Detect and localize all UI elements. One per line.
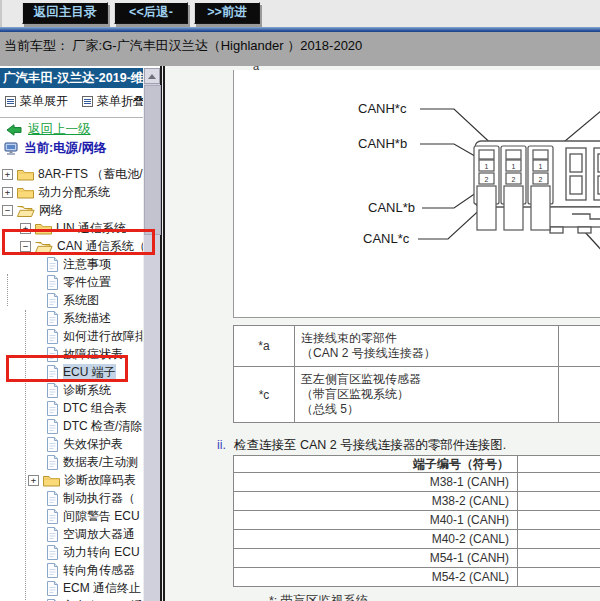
sidebar-item[interactable]: 系统图 <box>0 291 143 309</box>
annotation-box-ecu <box>6 355 128 382</box>
terminal-table-row: M38-2 (CANL) <box>234 491 600 510</box>
connector-diagram-box: 1 2 1 2 1 2 CANH*c CANH*b CANL*b CANL*c <box>233 70 600 318</box>
sidebar-item-label: 动力转向 ECU <box>63 544 140 561</box>
menu-expand-button[interactable]: 菜单展开 <box>5 93 68 110</box>
doc-icon <box>46 275 59 290</box>
doc-icon <box>46 329 59 344</box>
step-number: ii. <box>217 438 226 452</box>
terminal-cell: M54-2 (CANL) <box>234 568 518 586</box>
doc-icon <box>46 419 59 434</box>
sidebar-item[interactable]: +诊断故障码表 <box>0 471 143 489</box>
doc-icon <box>46 509 59 524</box>
terminal-extra-cell <box>518 456 600 472</box>
sidebar-item[interactable]: 系统描述 <box>0 309 143 327</box>
sidebar-item[interactable]: 制动执行器（ <box>0 489 143 507</box>
expand-icon[interactable]: + <box>2 169 13 180</box>
sidebar-item[interactable]: 主车身 ECU 通 <box>0 597 143 601</box>
sidebar-item-label: 系统图 <box>63 292 99 309</box>
folder-open-icon <box>17 204 35 217</box>
terminal-table-row: M40-1 (CANH) <box>234 510 600 529</box>
sidebar-item-label: 如何进行故障排 <box>63 328 143 345</box>
current-location-row: 当前:电源/网络 <box>0 139 143 158</box>
diagram-label-canl-c: CANL*c <box>363 231 410 246</box>
sidebar-item[interactable]: DTC 检查/清除 <box>0 417 143 435</box>
expand-icon[interactable]: + <box>28 475 39 486</box>
sidebar-scrollbar[interactable] <box>143 68 160 601</box>
scrollbar-up-button[interactable] <box>144 68 160 84</box>
terminal-extra-cell <box>518 492 600 510</box>
back-to-parent-link[interactable]: 返回上一级 <box>28 121 91 138</box>
menu-collapse-icon <box>82 96 93 107</box>
menu-collapse-button[interactable]: 菜单折叠 <box>82 93 143 110</box>
sidebar-item-label: 8AR-FTS （蓄电池/ <box>38 166 143 183</box>
sidebar-item[interactable]: 注意事项 <box>0 255 143 273</box>
sidebar-item[interactable]: 诊断系统 <box>0 381 143 399</box>
connector-diagram: 1 2 1 2 1 2 CANH*c CANH*b CANL*b CANL*c <box>234 70 600 318</box>
sidebar-item[interactable]: 如何进行故障排 <box>0 327 143 345</box>
sidebar-item[interactable]: +动力分配系统 <box>0 183 143 201</box>
tree-guide-line <box>7 274 8 306</box>
computer-icon <box>4 142 19 156</box>
terminal-number: 1 <box>485 163 489 170</box>
doc-icon <box>46 563 59 578</box>
back-row: 返回上一级 <box>0 120 143 139</box>
content-pane[interactable]: a <box>165 66 600 601</box>
doc-icon <box>46 581 59 596</box>
sidebar-item-label: 诊断系统 <box>63 382 111 399</box>
notes-table-row: *a连接线束的零部件（CAN 2 号接线连接器） <box>234 326 600 366</box>
sidebar-item[interactable]: 动力转向 ECU <box>0 543 143 561</box>
sidebar-menu-row: 菜单展开 菜单折叠 <box>0 88 143 114</box>
terminal-table: 端子编号（符号）M38-1 (CANH)M38-2 (CANL)M40-1 (C… <box>233 455 600 587</box>
expand-icon[interactable]: + <box>2 187 13 198</box>
doc-icon <box>46 491 59 506</box>
sidebar-item-label: ECM 通信终止 <box>63 580 141 597</box>
doc-icon <box>46 257 59 272</box>
tree-guide-line <box>25 310 26 601</box>
diagram-label-canh-b: CANH*b <box>358 136 407 151</box>
app-body: 广汽丰田-汉兰达-2019-维修 菜单展开 菜单折叠 <box>0 66 600 601</box>
note-extra-cell <box>559 367 600 422</box>
terminal-extra-cell <box>518 549 600 567</box>
diagram-label-canl-b: CANL*b <box>368 200 415 215</box>
sidebar-item[interactable]: DTC 组合表 <box>0 399 143 417</box>
menu-expand-label: 菜单展开 <box>20 93 68 110</box>
sidebar-item-label: 主车身 ECU 通 <box>63 598 143 601</box>
sidebar-item[interactable]: 转向角传感器 <box>0 561 143 579</box>
sidebar-item[interactable]: 零件位置 <box>0 273 143 291</box>
sidebar-item[interactable]: 数据表/主动测 <box>0 453 143 471</box>
back-button[interactable]: <<后退- <box>114 2 188 24</box>
sidebar-item[interactable]: 空调放大器通 <box>0 525 143 543</box>
sidebar: 广汽丰田-汉兰达-2019-维修 菜单展开 菜单折叠 <box>0 66 160 601</box>
doc-icon <box>46 437 59 452</box>
back-arrow-icon <box>6 124 22 136</box>
sidebar-item[interactable]: 失效保护表 <box>0 435 143 453</box>
sidebar-item[interactable]: 间隙警告 ECU <box>0 507 143 525</box>
sidebar-item-label: 注意事项 <box>63 256 111 273</box>
doc-icon <box>46 293 59 308</box>
sidebar-item-label: 空调放大器通 <box>63 526 135 543</box>
sidebar-item-label: 转向角传感器 <box>63 562 135 579</box>
sidebar-item[interactable]: +8AR-FTS （蓄电池/ <box>0 165 143 183</box>
folder-icon <box>43 474 60 487</box>
notes-table-row: *c至左侧盲区监视传感器（带盲区监视系统）（总线 5） <box>234 366 600 422</box>
sidebar-item-label: DTC 检查/清除 <box>63 418 142 435</box>
terminal-extra-cell <box>518 473 600 491</box>
terminal-number: 2 <box>539 176 543 183</box>
terminal-cell: M40-1 (CANH) <box>234 511 518 529</box>
collapse-icon[interactable]: − <box>2 205 13 216</box>
sidebar-item[interactable]: −网络 <box>0 201 143 219</box>
note-extra-cell <box>559 326 600 366</box>
return-main-directory-button[interactable]: 返回主目录 <box>22 2 108 24</box>
note-key-cell: *a <box>234 326 295 366</box>
footnote: *: 带盲区监视系统 <box>269 593 368 601</box>
scroll-up-arrow-icon <box>148 74 156 79</box>
doc-icon <box>46 527 59 542</box>
sidebar-item-label: 动力分配系统 <box>38 184 110 201</box>
terminal-extra-cell <box>518 511 600 529</box>
terminal-number: 1 <box>539 163 543 170</box>
sidebar-item[interactable]: ECM 通信终止 <box>0 579 143 597</box>
doc-icon <box>46 545 59 560</box>
terminal-cell: M38-1 (CANH) <box>234 473 518 491</box>
forward-button[interactable]: >>前进 <box>194 2 260 24</box>
scrollbar-thumb[interactable] <box>144 85 161 235</box>
